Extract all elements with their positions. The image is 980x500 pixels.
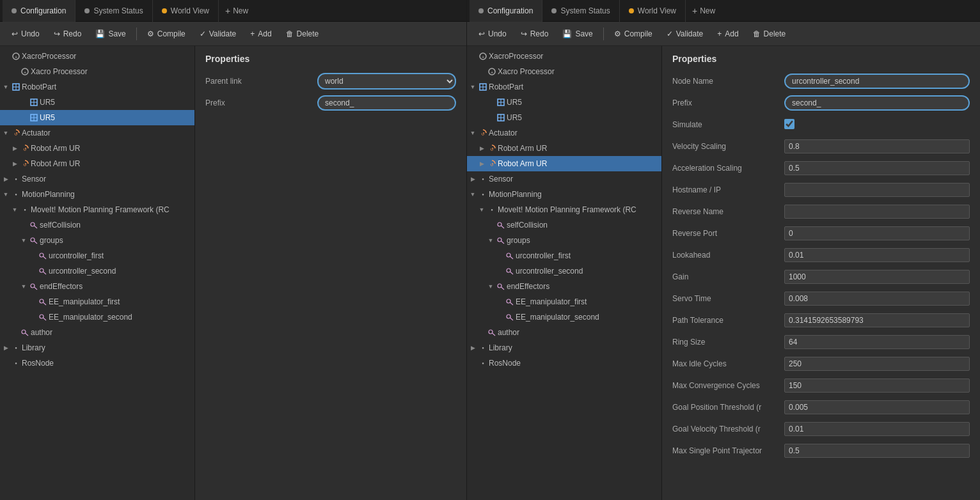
validate-button[interactable]: ✓Validate [193,27,242,41]
tree-item[interactable]: ●RosNode [0,355,194,371]
tab-world-view[interactable]: World View [620,0,686,22]
property-input[interactable] [784,357,970,371]
tree-item[interactable]: ▶●Sensor [467,171,661,187]
tree-expand-arrow[interactable]: ▶ [10,145,19,152]
tree-item[interactable]: urcontroller_second [467,263,661,279]
tree-item[interactable]: ▼groups [467,233,661,248]
validate-button[interactable]: ✓Validate [660,27,709,41]
tree-item[interactable]: selfCollision [467,217,661,233]
tree-item[interactable]: ▼●MoveIt! Motion Planning Framework (RC [0,202,194,217]
property-input[interactable] [317,95,456,111]
tree-item[interactable]: urcontroller_first [0,248,194,263]
property-input[interactable] [784,161,970,175]
save-button[interactable]: 💾Save [89,27,132,41]
delete-button[interactable]: 🗑Delete [747,27,793,41]
tree-item[interactable]: ▼↺Actuator [0,125,194,141]
tab-configuration[interactable]: Configuration [3,0,75,22]
delete-button[interactable]: 🗑Delete [280,27,326,41]
property-input[interactable] [784,95,970,111]
tab-new[interactable]: +New [219,0,255,22]
tree-item[interactable]: ▼groups [0,233,194,248]
save-button[interactable]: 💾Save [556,27,599,41]
tree-expand-arrow[interactable]: ▼ [19,237,28,244]
tree-item[interactable]: EE_manipulator_second [467,309,661,325]
property-input[interactable] [784,183,970,197]
tree-item[interactable]: ▼RobotPart [0,79,194,95]
tree-item[interactable]: ▼●MoveIt! Motion Planning Framework (RC [467,202,661,217]
tree-item[interactable]: selfCollision [0,217,194,233]
property-input[interactable] [784,400,970,414]
tree-expand-arrow[interactable]: ▼ [468,191,477,198]
property-input[interactable] [784,226,970,240]
tree-item[interactable]: ▼endEffectors [467,279,661,294]
tree-item[interactable]: +Xacro Processor [467,64,661,79]
property-input[interactable] [784,139,970,153]
tree-item[interactable]: ▼endEffectors [0,279,194,294]
tree-item[interactable]: UR5 [0,110,194,125]
add-button[interactable]: +Add [244,27,278,41]
property-input[interactable] [784,379,970,393]
tree-item[interactable]: ●RosNode [467,355,661,371]
tree-item[interactable]: UR5 [0,95,194,110]
tree-expand-arrow[interactable]: ▼ [10,207,19,213]
tree-item[interactable]: EE_manipulator_first [0,294,194,309]
tree-expand-arrow[interactable]: ▼ [486,283,495,290]
tree-item[interactable]: ▼●MotionPlanning [0,187,194,202]
add-button[interactable]: +Add [711,27,745,41]
tab-configuration[interactable]: Configuration [470,0,542,22]
tree-item[interactable]: EE_manipulator_first [467,294,661,309]
undo-button[interactable]: ↩Undo [5,27,46,41]
tree-expand-arrow[interactable]: ▼ [486,237,495,244]
property-select[interactable]: world [317,73,456,90]
tree-expand-arrow[interactable]: ▶ [468,176,477,182]
tree-item[interactable]: UR5 [467,95,661,110]
tab-system-status[interactable]: System Status [75,0,152,22]
property-input[interactable] [784,335,970,349]
tree-item[interactable]: urcontroller_first [467,248,661,263]
tree-item[interactable]: UR5 [467,110,661,125]
tree-item[interactable]: ▼RobotPart [467,79,661,95]
tree-expand-arrow[interactable]: ▼ [1,130,10,136]
tree-item[interactable]: ▶↺Robot Arm UR [467,156,661,171]
tree-expand-arrow[interactable]: ▶ [477,145,486,152]
property-input[interactable] [784,74,970,89]
tree-expand-arrow[interactable]: ▶ [10,160,19,167]
tab-world-view[interactable]: World View [153,0,219,22]
tree-item[interactable]: EE_manipulator_second [0,309,194,325]
tree-item[interactable]: +XacroProcessor [0,49,194,64]
tree-expand-arrow[interactable]: ▼ [468,130,477,136]
tree-item[interactable]: ▶●Sensor [0,171,194,187]
tree-item[interactable]: ▶●Library [467,340,661,355]
property-input[interactable] [784,422,970,436]
property-checkbox[interactable] [784,119,794,129]
tree-item[interactable]: author [467,325,661,340]
property-input[interactable] [784,248,970,262]
property-input[interactable] [784,205,970,219]
tree-item[interactable]: ▶↺Robot Arm UR [467,141,661,156]
tree-item[interactable]: +XacroProcessor [467,49,661,64]
tree-expand-arrow[interactable]: ▶ [1,345,10,351]
tree-item[interactable]: ▶↺Robot Arm UR [0,141,194,156]
tree-expand-arrow[interactable]: ▼ [468,84,477,90]
compile-button[interactable]: ⚙Compile [608,27,659,41]
property-input[interactable] [784,444,970,458]
tree-item[interactable]: ▼↺Actuator [467,125,661,141]
tree-expand-arrow[interactable]: ▼ [1,191,10,198]
tree-item[interactable]: ▼●MotionPlanning [467,187,661,202]
property-input[interactable] [784,313,970,327]
tree-expand-arrow[interactable]: ▶ [477,160,486,167]
undo-button[interactable]: ↩Undo [472,27,513,41]
tree-item[interactable]: author [0,325,194,340]
tree-expand-arrow[interactable]: ▼ [477,207,486,213]
tree-expand-arrow[interactable]: ▼ [1,84,10,90]
tab-new[interactable]: +New [686,0,722,22]
tree-item[interactable]: urcontroller_second [0,263,194,279]
tree-item[interactable]: ▶●Library [0,340,194,355]
compile-button[interactable]: ⚙Compile [141,27,192,41]
property-input[interactable] [784,292,970,306]
tree-item[interactable]: ▶↺Robot Arm UR [0,156,194,171]
tree-expand-arrow[interactable]: ▶ [468,345,477,351]
property-input[interactable] [784,270,970,284]
tree-expand-arrow[interactable]: ▶ [1,176,10,182]
tree-expand-arrow[interactable]: ▼ [19,283,28,290]
